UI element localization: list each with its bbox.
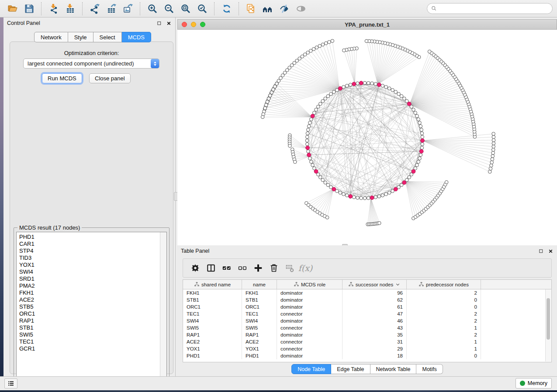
table-row[interactable]: TEC1TEC1connector472 bbox=[183, 310, 551, 317]
mcds-result-item[interactable]: ORC1 bbox=[19, 310, 159, 317]
zoom-fit-icon[interactable] bbox=[178, 2, 193, 16]
criterion-dropdown[interactable]: largest connected component (undirected) bbox=[23, 58, 159, 69]
table-row[interactable]: PHD1PHD1dominator180 bbox=[183, 352, 551, 359]
mcds-result-item[interactable]: SRD1 bbox=[19, 275, 159, 282]
column-header-successor-nodes[interactable]: successor nodes bbox=[343, 280, 407, 289]
panel-menu-button[interactable] bbox=[4, 378, 17, 389]
cell[interactable]: 61 bbox=[343, 303, 407, 310]
deselect-all-icon[interactable] bbox=[235, 261, 250, 275]
table-row[interactable]: SWI4SWI4dominator462 bbox=[183, 317, 551, 324]
open-file-icon[interactable] bbox=[5, 2, 20, 16]
mcds-result-item[interactable]: PHD1 bbox=[19, 234, 159, 241]
cell[interactable]: FKH1 bbox=[183, 289, 242, 296]
export-image-icon[interactable] bbox=[121, 2, 135, 16]
refresh-icon[interactable] bbox=[219, 2, 234, 16]
cell[interactable]: SWI5 bbox=[242, 324, 277, 331]
cell[interactable]: 96 bbox=[343, 289, 407, 296]
cell[interactable]: ORC1 bbox=[242, 303, 277, 310]
cell[interactable]: dominator bbox=[277, 303, 343, 310]
node-table[interactable]: shared namenameMCDS rolesuccessor nodesp… bbox=[183, 279, 552, 362]
cell[interactable]: 29 bbox=[343, 345, 407, 352]
cell[interactable]: dominator bbox=[277, 331, 343, 338]
show-all-icon[interactable] bbox=[294, 2, 308, 16]
table-row[interactable]: ACE2ACE2connector311 bbox=[183, 338, 551, 345]
table-row[interactable]: FKH1FKH1dominator962 bbox=[183, 289, 551, 296]
mcds-result-item[interactable]: STP4 bbox=[19, 248, 159, 254]
mcds-result-item[interactable]: ACE2 bbox=[19, 296, 159, 303]
table-scrollbar[interactable] bbox=[545, 289, 551, 361]
add-icon[interactable] bbox=[250, 261, 266, 275]
cell[interactable]: ORC1 bbox=[183, 303, 242, 310]
mcds-list-scrollbar[interactable] bbox=[160, 232, 166, 385]
columns-icon[interactable] bbox=[203, 261, 219, 275]
mcds-result-item[interactable]: RAP1 bbox=[19, 317, 159, 324]
cell[interactable]: dominator bbox=[277, 289, 343, 296]
cell[interactable]: 18 bbox=[343, 352, 407, 359]
cell[interactable]: dominator bbox=[277, 317, 343, 324]
cell[interactable]: 35 bbox=[343, 331, 407, 338]
cell[interactable]: PHD1 bbox=[242, 352, 277, 359]
cell[interactable]: FKH1 bbox=[242, 289, 277, 296]
mcds-result-item[interactable]: GCR1 bbox=[19, 345, 159, 352]
cell[interactable]: STB1 bbox=[242, 296, 277, 303]
memory-button[interactable]: Memory bbox=[515, 378, 552, 389]
cell[interactable]: 43 bbox=[343, 324, 407, 331]
import-table-icon[interactable] bbox=[63, 2, 78, 16]
cell[interactable]: 1 bbox=[407, 345, 481, 352]
run-mcds-button[interactable]: Run MCDS bbox=[42, 73, 82, 83]
delete-table-icon[interactable] bbox=[282, 261, 298, 275]
tab-network-table[interactable]: Network Table bbox=[370, 364, 417, 374]
mcds-result-item[interactable]: STB1 bbox=[19, 324, 159, 331]
table-row[interactable]: RAP1RAP1dominator352 bbox=[183, 331, 551, 338]
export-table-icon[interactable] bbox=[104, 2, 119, 16]
cell[interactable]: YOX1 bbox=[183, 345, 242, 352]
select-all-icon[interactable] bbox=[219, 261, 235, 275]
zoom-out-icon[interactable] bbox=[162, 2, 176, 16]
close-panel-icon[interactable] bbox=[166, 20, 172, 26]
tab-mcds[interactable]: MCDS bbox=[122, 32, 151, 42]
cell[interactable]: 0 bbox=[407, 296, 481, 303]
cell[interactable]: connector bbox=[277, 324, 343, 331]
table-row[interactable]: ORC1ORC1dominator610 bbox=[183, 303, 551, 310]
search-input[interactable] bbox=[440, 5, 549, 12]
cell[interactable]: 31 bbox=[343, 338, 407, 345]
mcds-result-item[interactable]: CAR1 bbox=[19, 241, 159, 248]
tab-style[interactable]: Style bbox=[68, 32, 93, 42]
first-neighbors-icon[interactable] bbox=[260, 2, 275, 16]
tab-node-table[interactable]: Node Table bbox=[291, 364, 331, 374]
cell[interactable]: 0 bbox=[407, 352, 481, 359]
cell[interactable]: connector bbox=[277, 338, 343, 345]
cell[interactable]: 2 bbox=[407, 289, 481, 296]
cell[interactable]: TEC1 bbox=[183, 310, 242, 317]
mcds-result-item[interactable]: YOX1 bbox=[19, 261, 159, 268]
table-row[interactable]: YOX1YOX1connector291 bbox=[183, 345, 551, 352]
cell[interactable]: 2 bbox=[407, 310, 481, 317]
cell[interactable]: ACE2 bbox=[242, 338, 277, 345]
cell[interactable]: RAP1 bbox=[242, 331, 277, 338]
cell[interactable]: 46 bbox=[343, 317, 407, 324]
mcds-result-item[interactable]: STB5 bbox=[19, 303, 159, 310]
column-header-predecessor-nodes[interactable]: predecessor nodes bbox=[407, 280, 481, 289]
cell[interactable]: ACE2 bbox=[183, 338, 242, 345]
delete-icon[interactable] bbox=[266, 261, 282, 275]
cell[interactable]: TEC1 bbox=[242, 310, 277, 317]
cell[interactable]: 1 bbox=[407, 338, 481, 345]
search-box[interactable] bbox=[427, 3, 553, 14]
cell[interactable]: RAP1 bbox=[183, 331, 242, 338]
cell[interactable]: SWI4 bbox=[242, 317, 277, 324]
column-header-MCDS-role[interactable]: MCDS role bbox=[277, 280, 343, 289]
close-panel-button[interactable]: Close panel bbox=[89, 73, 131, 83]
table-row[interactable]: STB1STB1dominator620 bbox=[183, 296, 551, 303]
cell[interactable]: 62 bbox=[343, 296, 407, 303]
cell[interactable]: dominator bbox=[277, 352, 343, 359]
column-header-name[interactable]: name bbox=[242, 280, 277, 289]
share-document-icon[interactable] bbox=[244, 2, 259, 16]
float-panel-icon[interactable] bbox=[538, 248, 544, 254]
cell[interactable]: SWI4 bbox=[183, 317, 242, 324]
mcds-result-item[interactable]: SWI4 bbox=[19, 268, 159, 275]
tab-edge-table[interactable]: Edge Table bbox=[331, 364, 370, 374]
export-network-icon[interactable] bbox=[87, 2, 102, 16]
close-panel-icon[interactable] bbox=[547, 248, 554, 254]
mcds-result-list[interactable]: PHD1CAR1STP4TID3YOX1SWI4SRD1PMA2FKH1ACE2… bbox=[16, 232, 167, 385]
cell[interactable]: 1 bbox=[407, 324, 481, 331]
